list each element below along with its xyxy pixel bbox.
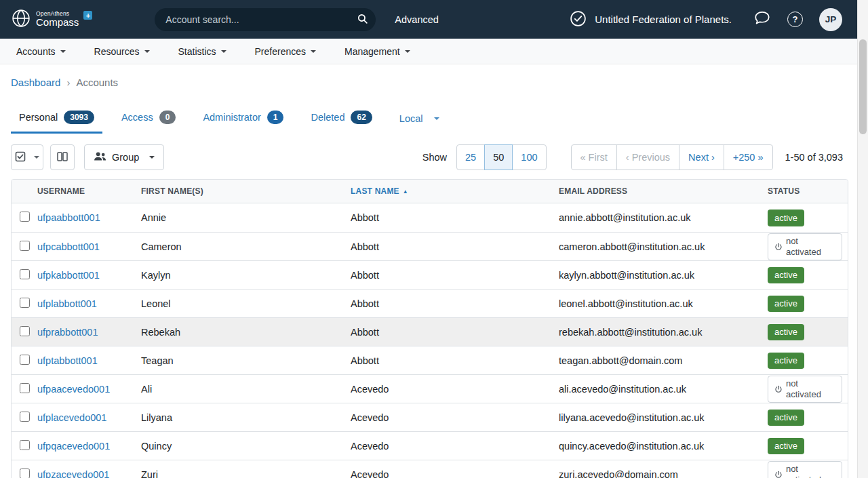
- first-name-cell: Teagan: [141, 346, 351, 374]
- username-link[interactable]: ufplabbott001: [37, 298, 97, 309]
- caret-down-icon: [60, 50, 66, 53]
- row-checkbox[interactable]: [20, 383, 30, 393]
- username-link[interactable]: ufpaabbott001: [37, 212, 100, 223]
- account-search-input[interactable]: [155, 8, 376, 31]
- topbar: OpenAthens Compass + Advanced: [0, 0, 857, 39]
- vertical-scrollbar[interactable]: [857, 0, 868, 478]
- header-status[interactable]: STATUS: [768, 180, 848, 203]
- username-link[interactable]: ufprabbott001: [37, 327, 98, 338]
- page-size-button-100[interactable]: 100: [512, 144, 546, 170]
- advanced-search-link[interactable]: Advanced: [395, 14, 439, 25]
- caret-down-icon: [311, 50, 316, 53]
- last-name-cell: Acevedo: [351, 431, 559, 460]
- menu-label: Statistics: [178, 46, 216, 57]
- chevron-right-icon: ›: [66, 77, 70, 88]
- pager-first-button[interactable]: « First: [571, 144, 617, 170]
- header-first-name[interactable]: FIRST NAME(S): [141, 180, 351, 203]
- table-row: ufpkabbott001 Kaylyn Abbott kaylyn.abbot…: [12, 260, 848, 289]
- row-checkbox[interactable]: [20, 269, 30, 279]
- sort-asc-icon: ▲: [403, 188, 408, 195]
- username-link[interactable]: ufplacevedo001: [37, 412, 106, 423]
- tab-local[interactable]: Local: [391, 107, 448, 134]
- page-size-button-50[interactable]: 50: [484, 144, 513, 170]
- logo[interactable]: OpenAthens Compass +: [11, 8, 92, 31]
- menu-accounts[interactable]: Accounts: [16, 46, 66, 57]
- last-name-cell: Abbott: [351, 203, 559, 232]
- header-email[interactable]: EMAIL ADDRESS: [559, 180, 768, 203]
- last-name-cell: Abbott: [351, 232, 559, 260]
- first-name-cell: Quincy: [141, 431, 351, 460]
- scrollbar-thumb[interactable]: [859, 39, 867, 134]
- menu-resources[interactable]: Resources: [94, 46, 150, 57]
- status-cell: active: [768, 317, 848, 346]
- tab-label: Deleted: [311, 112, 344, 123]
- menu-management[interactable]: Management: [344, 46, 410, 57]
- row-checkbox[interactable]: [20, 298, 30, 308]
- status-check-button[interactable]: [570, 10, 587, 29]
- header-last-name[interactable]: LAST NAME▲: [351, 180, 559, 203]
- status-cell: active: [768, 346, 848, 374]
- breadcrumb-dashboard-link[interactable]: Dashboard: [11, 77, 60, 88]
- pager-jump-250-button[interactable]: +250 »: [724, 144, 773, 170]
- menu-preferences[interactable]: Preferences: [255, 46, 316, 57]
- checkbox-cell: [12, 203, 37, 232]
- status-cell: active: [768, 431, 848, 460]
- page-size-group: 25 50 100: [456, 144, 546, 170]
- status-badge: active: [768, 438, 804, 455]
- username-link[interactable]: ufptabbott001: [37, 355, 98, 366]
- tab-personal[interactable]: Personal 3093: [11, 104, 102, 134]
- row-checkbox[interactable]: [20, 326, 30, 336]
- help-button[interactable]: ?: [787, 12, 803, 27]
- pager-previous-button[interactable]: ‹ Previous: [616, 144, 679, 170]
- group-button-label: Group: [112, 152, 139, 163]
- username-link[interactable]: ufpaacevedo001: [37, 384, 110, 395]
- status-cell: active: [768, 260, 848, 289]
- row-checkbox[interactable]: [20, 440, 30, 450]
- header-username[interactable]: USERNAME: [37, 180, 141, 203]
- search-button[interactable]: [353, 11, 372, 28]
- tab-count-badge: 0: [159, 111, 176, 124]
- group-dropdown-button[interactable]: Group: [84, 144, 164, 170]
- username-link[interactable]: ufpqacevedo001: [37, 441, 110, 452]
- power-icon: [774, 385, 783, 393]
- tab-label: Local: [399, 113, 423, 124]
- row-checkbox[interactable]: [20, 355, 30, 365]
- username-link[interactable]: ufpkabbott001: [37, 270, 100, 281]
- tab-administrator[interactable]: Administrator 1: [195, 104, 292, 134]
- status-text: not activated: [786, 378, 835, 399]
- email-cell: annie.abbott@institution.ac.uk: [559, 203, 768, 232]
- page-size-button-25[interactable]: 25: [456, 144, 485, 170]
- globe-logo-icon: [11, 8, 31, 31]
- status-badge: not activated: [768, 233, 842, 260]
- menu-statistics[interactable]: Statistics: [178, 46, 226, 57]
- row-checkbox[interactable]: [20, 212, 30, 222]
- first-name-cell: Zuri: [141, 460, 351, 478]
- row-checkbox[interactable]: [20, 469, 30, 478]
- row-checkbox[interactable]: [20, 412, 30, 422]
- checkbox-cell: [12, 260, 37, 289]
- pager-next-button[interactable]: Next ›: [679, 144, 724, 170]
- organisation-name: Untitled Federation of Planets.: [595, 14, 732, 25]
- last-name-cell: Abbott: [351, 346, 559, 374]
- table-row: ufpaacevedo001 Ali Acevedo ali.acevedo@i…: [12, 374, 848, 403]
- email-cell: leonel.abbott@institution.ac.uk: [559, 289, 768, 317]
- row-checkbox[interactable]: [20, 241, 30, 251]
- caret-down-icon: [434, 117, 439, 120]
- tab-access[interactable]: Access 0: [113, 104, 184, 134]
- pagination-group: « First ‹ Previous Next › +250 »: [571, 144, 773, 170]
- chat-button[interactable]: [753, 10, 771, 28]
- checkbox-check-icon: [15, 151, 26, 164]
- status-text: not activated: [786, 464, 835, 478]
- user-avatar[interactable]: JP: [819, 8, 842, 31]
- status-text: active: [774, 327, 797, 338]
- username-link[interactable]: ufpzacevedo001: [37, 469, 109, 478]
- tab-deleted[interactable]: Deleted 62: [302, 104, 380, 134]
- last-name-cell: Acevedo: [351, 460, 559, 478]
- accounts-table-wrap: USERNAME FIRST NAME(S) LAST NAME▲ EMAIL …: [11, 179, 848, 478]
- result-range-text: 1-50 of 3,093: [785, 152, 843, 163]
- username-cell: ufpqacevedo001: [37, 431, 141, 460]
- columns-button[interactable]: [50, 144, 75, 170]
- select-all-dropdown-button[interactable]: [11, 144, 43, 170]
- table-row: ufplabbott001 Leonel Abbott leonel.abbot…: [12, 289, 848, 317]
- username-link[interactable]: ufpcabbott001: [37, 241, 100, 252]
